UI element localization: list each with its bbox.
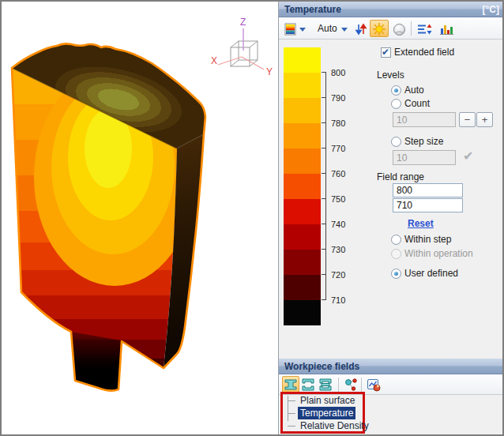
count-decrement-button[interactable]: − <box>459 112 476 127</box>
legend-band <box>284 174 321 199</box>
field-max-input[interactable] <box>393 183 463 197</box>
auto-dropdown[interactable]: Auto <box>314 20 350 37</box>
legend-band <box>284 199 321 224</box>
reset-link[interactable]: Reset <box>408 218 434 229</box>
radio-count[interactable] <box>391 99 401 109</box>
chart-icon <box>367 378 381 392</box>
histogram-button[interactable] <box>437 20 456 37</box>
axis-label-y: Y <box>266 66 273 77</box>
radio-step-size-label: Step size <box>404 136 443 147</box>
app-window: Z X Y Temperature [°C] <box>0 0 504 436</box>
legend-tick-label: 750 <box>331 194 356 204</box>
field-list: Plain surfaceTemperatureRelative Density <box>281 394 363 432</box>
workpiece-fields-title: Workpiece fields <box>284 359 359 374</box>
list-item[interactable]: Plain surface <box>281 394 363 407</box>
count-input[interactable] <box>393 112 456 127</box>
legend-band <box>284 73 321 98</box>
list-item[interactable]: Relative Density <box>281 419 363 432</box>
legend-band <box>284 123 321 148</box>
color-legend: 800790780770760750740730720710 <box>284 47 363 332</box>
legend-tick-label: 770 <box>331 144 356 153</box>
radio-step-size[interactable] <box>391 137 401 147</box>
legend-tick-mark <box>322 299 326 300</box>
workpiece-solid-icon <box>284 378 298 392</box>
axis-label-x: X <box>211 55 217 66</box>
sphere-icon <box>393 23 406 36</box>
radio-count-label: Count <box>404 98 430 109</box>
legend-band <box>284 224 321 250</box>
legend-tick-label: 800 <box>331 68 356 77</box>
radio-within-step[interactable] <box>391 235 401 245</box>
radio-within-operation <box>391 249 401 259</box>
workpiece-hollow-icon <box>301 378 315 392</box>
legend-tick-mark <box>322 97 326 98</box>
apply-checkmark-icon: ✔ <box>463 148 473 164</box>
sun-icon <box>372 22 386 36</box>
viewport-3d[interactable]: Z X Y <box>2 2 278 434</box>
field-list-area: Plain surfaceTemperatureRelative Density <box>279 395 503 434</box>
field-min-input[interactable] <box>393 198 463 212</box>
toolbar-separator <box>411 21 412 36</box>
legend-band <box>284 98 321 123</box>
toolbar-separator <box>338 378 339 392</box>
workpiece-filled-icon <box>318 378 333 392</box>
field-item-label: Plain surface <box>298 394 357 407</box>
sun-button[interactable] <box>370 20 389 37</box>
swap-arrows-button[interactable] <box>352 20 368 37</box>
palette-button[interactable] <box>282 20 308 37</box>
field-range-label: Field range <box>377 171 424 182</box>
levels-label: Levels <box>377 70 404 81</box>
temperature-content: 800790780770760750740730720710 Extended … <box>279 39 503 359</box>
legend-color-bar <box>284 47 321 325</box>
field-item-label: Relative Density <box>298 419 371 432</box>
legend-band <box>284 47 321 73</box>
legend-tick-label: 780 <box>331 118 356 128</box>
levels-menu-button[interactable] <box>415 20 434 37</box>
tracking-points-button[interactable] <box>342 376 359 393</box>
list-item[interactable]: Temperature <box>281 407 363 419</box>
legend-axis-line <box>325 73 326 300</box>
radio-auto[interactable] <box>391 85 401 96</box>
sphere-button[interactable] <box>390 20 408 37</box>
legend-tick-label: 760 <box>331 169 356 179</box>
swap-arrows-icon <box>355 23 367 36</box>
field-item-label: Temperature <box>298 407 355 419</box>
tree-stub <box>288 426 295 427</box>
legend-band <box>284 300 321 325</box>
extended-field-checkbox[interactable] <box>381 47 391 58</box>
side-panel: Temperature [°C] Auto <box>278 2 502 434</box>
legend-tick-label: 720 <box>331 270 356 280</box>
axis-label-z: Z <box>240 17 246 28</box>
radio-user-defined-label: User defined <box>404 268 458 279</box>
legend-tick-mark <box>322 274 326 275</box>
legend-tick-label: 730 <box>331 245 356 254</box>
tool-field-display-button-2[interactable] <box>317 376 334 393</box>
chevron-down-icon <box>341 28 348 32</box>
radio-within-step-label: Within step <box>404 234 451 245</box>
extended-field-label: Extended field <box>394 47 454 58</box>
tool-field-display-button-1[interactable] <box>299 376 317 393</box>
radio-user-defined[interactable] <box>391 269 401 279</box>
tree-stub <box>288 400 295 401</box>
legend-tick-mark <box>322 173 326 174</box>
field-chart-button[interactable] <box>365 376 382 393</box>
histogram-icon <box>439 23 454 36</box>
legend-tick-label: 710 <box>331 295 356 305</box>
workpiece-field-display-button[interactable] <box>282 376 299 393</box>
step-size-input[interactable] <box>393 150 456 165</box>
legend-band <box>284 275 321 300</box>
legend-tick-label: 740 <box>331 220 356 229</box>
unit-label: [°C] <box>483 2 499 17</box>
legend-tick-mark <box>322 224 326 224</box>
chevron-down-icon <box>299 28 306 32</box>
count-increment-button[interactable]: + <box>476 112 493 127</box>
legend-band <box>284 250 321 275</box>
legend-band <box>284 148 321 174</box>
workpiece-fields-header: Workpiece fields <box>279 359 503 374</box>
legend-tick-label: 790 <box>331 93 356 103</box>
auto-dropdown-label: Auto <box>318 23 337 34</box>
legend-tick-mark <box>322 72 326 73</box>
legend-tick-mark <box>322 148 326 148</box>
panel-title: Temperature <box>284 2 341 17</box>
palette-icon <box>284 23 297 36</box>
